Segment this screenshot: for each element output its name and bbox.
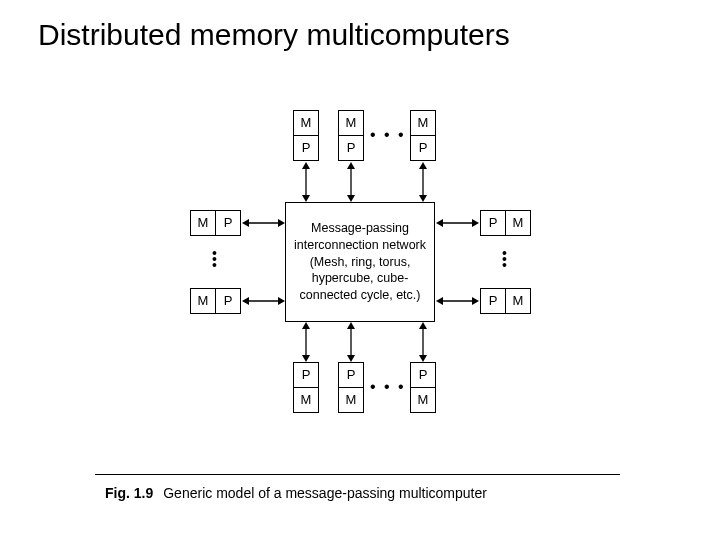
processor-cell: P (480, 210, 506, 236)
memory-cell: M (338, 110, 364, 136)
node-top: M P (410, 110, 436, 162)
svg-marker-16 (419, 322, 427, 329)
processor-cell: P (293, 135, 319, 161)
center-line: connected cycle, etc.) (300, 288, 421, 302)
ellipsis-icon: • • • (370, 126, 406, 144)
double-arrow-icon (242, 295, 285, 307)
center-line: Message-passing (311, 221, 409, 235)
svg-marker-17 (419, 355, 427, 362)
svg-marker-19 (242, 219, 249, 227)
processor-cell: P (480, 288, 506, 314)
svg-marker-5 (347, 195, 355, 202)
diagram: Message-passing interconnection network … (130, 100, 590, 460)
svg-marker-10 (302, 322, 310, 329)
node-top: M P (293, 110, 319, 162)
double-arrow-icon (417, 162, 429, 202)
ellipsis-icon: • • • (370, 378, 406, 396)
figure-number: Fig. 1.9 (105, 485, 153, 501)
svg-marker-28 (436, 297, 443, 305)
double-arrow-icon (345, 322, 357, 362)
node-left: M P (190, 288, 242, 314)
svg-marker-20 (278, 219, 285, 227)
node-bottom: P M (338, 362, 364, 414)
double-arrow-icon (242, 217, 285, 229)
svg-marker-23 (278, 297, 285, 305)
svg-marker-8 (419, 195, 427, 202)
memory-cell: M (505, 288, 531, 314)
center-line: interconnection network (294, 238, 426, 252)
node-bottom: P M (410, 362, 436, 414)
figure-area: Message-passing interconnection network … (0, 100, 720, 540)
memory-cell: M (410, 110, 436, 136)
figure-caption: Fig. 1.9Generic model of a message-passi… (105, 485, 487, 501)
interconnection-network-box: Message-passing interconnection network … (285, 202, 435, 322)
svg-marker-13 (347, 322, 355, 329)
node-left: M P (190, 210, 242, 236)
processor-cell: P (410, 135, 436, 161)
memory-cell: M (190, 210, 216, 236)
figure-caption-text: Generic model of a message-passing multi… (163, 485, 487, 501)
svg-marker-14 (347, 355, 355, 362)
caption-rule (95, 474, 620, 475)
memory-cell: M (338, 387, 364, 413)
page-title: Distributed memory multicomputers (0, 0, 720, 52)
memory-cell: M (293, 110, 319, 136)
svg-marker-2 (302, 195, 310, 202)
node-right: P M (480, 288, 532, 314)
memory-cell: M (293, 387, 319, 413)
double-arrow-icon (300, 162, 312, 202)
processor-cell: P (410, 362, 436, 388)
svg-marker-4 (347, 162, 355, 169)
svg-marker-25 (436, 219, 443, 227)
processor-cell: P (338, 362, 364, 388)
processor-cell: P (215, 288, 241, 314)
center-line: hypercube, cube- (312, 271, 409, 285)
node-bottom: P M (293, 362, 319, 414)
double-arrow-icon (345, 162, 357, 202)
svg-marker-26 (472, 219, 479, 227)
memory-cell: M (410, 387, 436, 413)
ellipsis-icon: ••• (502, 250, 507, 268)
svg-marker-11 (302, 355, 310, 362)
node-right: P M (480, 210, 532, 236)
double-arrow-icon (417, 322, 429, 362)
memory-cell: M (190, 288, 216, 314)
processor-cell: P (338, 135, 364, 161)
node-top: M P (338, 110, 364, 162)
double-arrow-icon (436, 217, 479, 229)
processor-cell: P (293, 362, 319, 388)
svg-marker-22 (242, 297, 249, 305)
svg-marker-29 (472, 297, 479, 305)
ellipsis-icon: ••• (212, 250, 217, 268)
svg-marker-7 (419, 162, 427, 169)
processor-cell: P (215, 210, 241, 236)
double-arrow-icon (300, 322, 312, 362)
memory-cell: M (505, 210, 531, 236)
svg-marker-1 (302, 162, 310, 169)
double-arrow-icon (436, 295, 479, 307)
center-line: (Mesh, ring, torus, (310, 255, 411, 269)
